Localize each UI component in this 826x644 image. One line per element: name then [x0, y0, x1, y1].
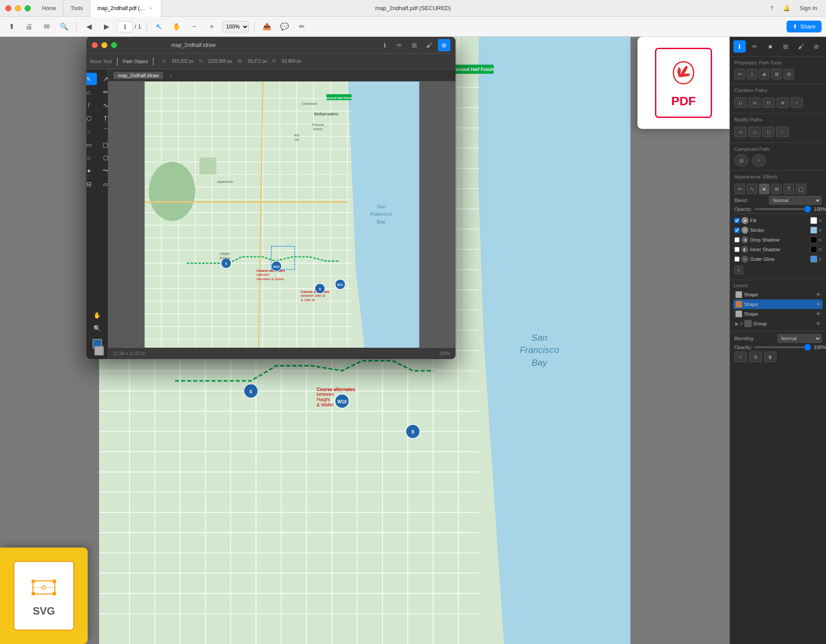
panel-icon-table[interactable]: ⊞ [780, 40, 792, 53]
path-node-btn[interactable]: ⟩ [747, 69, 757, 79]
notifications-button[interactable]: 🔔 [780, 3, 794, 13]
select-tool-btn[interactable]: ↖ [86, 73, 97, 85]
stroke-menu[interactable]: ≡ [819, 228, 822, 233]
release-compound-btn[interactable]: ○ [752, 154, 766, 167]
ellipse-tool-btn[interactable]: ○ [86, 152, 97, 164]
bottom-opacity-slider[interactable] [755, 346, 811, 348]
print-button[interactable]: 🖨 [22, 20, 36, 34]
bottom-blend-select[interactable]: Normal Multiply Screen [777, 334, 822, 343]
app-circle-icon[interactable]: ◯ [796, 184, 806, 194]
app-pen-icon[interactable]: ✏ [734, 184, 745, 194]
search-button[interactable]: 🔍 [57, 20, 71, 34]
app-grid-icon[interactable]: ⊞ [771, 184, 782, 194]
panel-icon-brush[interactable]: 🖌 [795, 40, 807, 53]
canvas-tab-file[interactable]: map_2ndhalf.idraw [114, 72, 163, 79]
layer-row-group[interactable]: ▶ 8 Group 👁 [733, 319, 822, 328]
idraw-icon-pencil[interactable]: ✏ [393, 39, 406, 51]
bottom-trash-btn[interactable]: 🗑 [764, 352, 776, 362]
intersect-btn[interactable]: ⊓ [762, 97, 775, 108]
fill-menu[interactable]: ≡ [819, 218, 822, 223]
subtract-btn[interactable]: ⊖ [748, 97, 761, 108]
drop-shadow-menu[interactable]: ≡ [819, 237, 822, 242]
inner-shadow-checkbox[interactable] [734, 247, 740, 252]
smooth-btn[interactable]: ∿ [734, 127, 747, 137]
idraw-icon-layers[interactable]: ⊛ [438, 39, 450, 51]
idraw-icon-grid[interactable]: ⊞ [408, 39, 420, 51]
pen-button[interactable]: ✏ [295, 20, 309, 34]
layer-vis-3[interactable]: 👁 [816, 311, 821, 317]
prev-page-button[interactable]: ◀ [82, 20, 96, 34]
modify-rect-btn[interactable]: ▭ [748, 127, 761, 137]
zoom-select[interactable]: 100% 75% 125% 150% [222, 21, 249, 32]
page-input[interactable] [117, 21, 133, 32]
tab-home[interactable]: Home [35, 0, 64, 17]
outer-glow-menu[interactable]: ≡ [819, 256, 822, 262]
node-tool-btn[interactable]: ⌂ [86, 86, 97, 98]
idraw-fullscreen[interactable] [111, 42, 117, 48]
hand-tool-button[interactable]: ✋ [170, 20, 184, 34]
make-compound-btn[interactable]: ◎ [734, 154, 748, 167]
help-button[interactable]: ? [766, 3, 776, 13]
drop-shadow-checkbox[interactable] [734, 237, 740, 242]
rect-tool-btn[interactable]: ▭ [86, 139, 97, 151]
eyedropper-tool-btn[interactable]: ⬡ [86, 112, 97, 125]
export-button[interactable]: 📤 [260, 20, 274, 34]
modify-corner-btn[interactable]: ⌐ [776, 127, 789, 137]
hand-tool-btn[interactable]: ✋ [89, 309, 105, 321]
app-fill-icon[interactable]: ■ [759, 184, 769, 194]
fill-checkbox[interactable] [734, 218, 740, 223]
add-effect-button[interactable]: + [734, 266, 743, 274]
bottom-settings-btn[interactable]: ⚙ [749, 352, 762, 362]
layer-vis-1[interactable]: 👁 [816, 292, 821, 297]
layer-group-expand[interactable]: ▶ [735, 321, 739, 326]
panel-icon-fill[interactable]: ■ [764, 40, 776, 53]
tab-pdf[interactable]: map_2ndhalf.pdf (… × [90, 0, 161, 17]
zoom-out-button[interactable]: − [187, 20, 201, 34]
union-btn[interactable]: ⊔ [734, 97, 747, 108]
idraw-icon-brush[interactable]: 🖌 [423, 39, 435, 51]
minimize-button[interactable] [15, 5, 21, 11]
mail-button[interactable]: ✉ [39, 20, 53, 34]
select-tool-button[interactable]: ↖ [152, 20, 166, 34]
stroke-color-swatch[interactable] [810, 227, 817, 234]
layer-row-shape-3[interactable]: Shape 👁 [733, 309, 822, 319]
idraw-close[interactable] [92, 42, 98, 48]
close-button[interactable] [5, 5, 11, 11]
bottom-add-btn[interactable]: + [734, 352, 747, 362]
inner-shadow-menu[interactable]: ≡ [819, 247, 822, 252]
fill-color-swatch[interactable] [810, 217, 817, 224]
app-curve-icon[interactable]: ∿ [747, 184, 757, 194]
panel-icon-pen[interactable]: ✏ [749, 40, 761, 53]
path-doc-btn[interactable]: ⊟ [783, 69, 794, 79]
new-tab-button[interactable]: + [167, 71, 175, 80]
outer-glow-color-swatch[interactable] [810, 256, 817, 263]
tab-tools[interactable]: Tools [64, 0, 90, 17]
app-text-icon[interactable]: T [783, 184, 794, 194]
layer-row-shape-2[interactable]: Shape 👁 [733, 299, 822, 309]
share-button[interactable]: ⬆ Share [787, 21, 822, 32]
idraw-icon-info[interactable]: ℹ [378, 39, 391, 51]
modify-round-btn[interactable]: ▢ [762, 127, 775, 137]
path-pen-btn[interactable]: ✏ [734, 69, 745, 79]
idraw-canvas[interactable]: Course alternates between Hermann & Dubo… [108, 82, 456, 348]
drop-shadow-color-swatch[interactable] [810, 236, 817, 243]
path-fill-btn[interactable]: ◈ [759, 69, 769, 79]
layer-vis-group[interactable]: 👁 [816, 321, 821, 326]
tab-close-button[interactable]: × [148, 5, 154, 11]
zoom-tool-btn[interactable]: 🔍 [89, 322, 105, 334]
annotation-button[interactable]: 💬 [278, 20, 292, 34]
signin-button[interactable]: Sign In [796, 3, 821, 13]
line-tool-btn[interactable]: ⟋ [86, 125, 97, 138]
blend-select[interactable]: Normal Multiply Screen Overlay [769, 196, 822, 205]
panel-icon-info[interactable]: ℹ [733, 40, 746, 53]
panel-icon-layers-top[interactable]: ⊛ [810, 40, 822, 53]
fullscreen-button[interactable] [25, 5, 31, 11]
star-tool-btn[interactable]: ✦ [86, 165, 97, 177]
layer-vis-2[interactable]: 👁 [816, 302, 821, 307]
path-grid-btn[interactable]: ⊞ [771, 69, 782, 79]
stroke-checkbox[interactable] [734, 228, 740, 233]
outer-glow-checkbox[interactable] [734, 256, 740, 262]
opacity-slider[interactable] [755, 208, 811, 210]
pen-tool-btn[interactable]: / [86, 99, 97, 111]
background-color[interactable] [94, 346, 104, 356]
